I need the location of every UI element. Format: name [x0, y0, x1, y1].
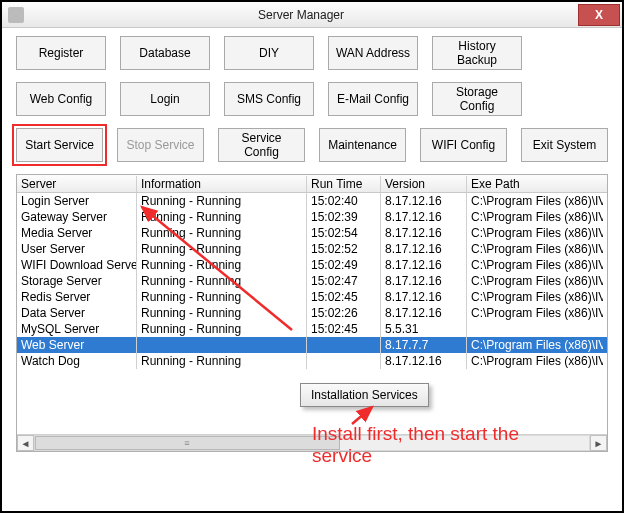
col-server[interactable]: Server — [17, 176, 137, 192]
table-cell: Watch Dog — [17, 353, 137, 369]
table-cell: Running - Running — [137, 193, 307, 209]
table-cell: Running - Running — [137, 353, 307, 369]
table-cell: C:\Program Files (x86)\IVM — [467, 193, 603, 209]
scroll-thumb[interactable]: ≡ — [35, 436, 340, 450]
table-cell: 8.17.12.16 — [381, 241, 467, 257]
table-cell: C:\Program Files (x86)\IVM — [467, 305, 603, 321]
table-cell: C:\Program Files (x86)\IVM — [467, 209, 603, 225]
table-row[interactable]: WIFI Download ServerRunning - Running15:… — [17, 257, 607, 273]
table-cell: Running - Running — [137, 305, 307, 321]
table-cell: C:\Program Files (x86)\IVM — [467, 289, 603, 305]
table-cell — [467, 321, 603, 337]
table-row[interactable]: User ServerRunning - Running15:02:528.17… — [17, 241, 607, 257]
table-cell: Running - Running — [137, 257, 307, 273]
table-cell: 15:02:39 — [307, 209, 381, 225]
table-cell: 8.17.12.16 — [381, 225, 467, 241]
table-cell — [307, 337, 381, 353]
login-button[interactable]: Login — [120, 82, 210, 116]
storage-config-button[interactable]: Storage Config — [432, 82, 522, 116]
scroll-left-button[interactable]: ◄ — [17, 435, 34, 451]
service-config-button[interactable]: Service Config — [218, 128, 305, 162]
table-cell: Redis Server — [17, 289, 137, 305]
email-config-button[interactable]: E-Mail Config — [328, 82, 418, 116]
window-frame: Server Manager X Register Database DIY W… — [0, 0, 624, 513]
table-cell: 8.17.12.16 — [381, 209, 467, 225]
app-icon — [8, 7, 24, 23]
table-cell: 8.17.12.16 — [381, 305, 467, 321]
table-cell: Running - Running — [137, 289, 307, 305]
table-cell: 8.17.12.16 — [381, 193, 467, 209]
servers-table[interactable]: Server Information Run Time Version Exe … — [16, 174, 608, 452]
table-row[interactable]: Web Server8.17.7.7C:\Program Files (x86)… — [17, 337, 607, 353]
table-cell: 15:02:49 — [307, 257, 381, 273]
table-cell: WIFI Download Server — [17, 257, 137, 273]
scroll-right-button[interactable]: ► — [590, 435, 607, 451]
table-row[interactable]: Redis ServerRunning - Running15:02:458.1… — [17, 289, 607, 305]
table-cell: Gateway Server — [17, 209, 137, 225]
table-cell: Running - Running — [137, 209, 307, 225]
table-cell: MySQL Server — [17, 321, 137, 337]
table-row[interactable]: Data ServerRunning - Running15:02:268.17… — [17, 305, 607, 321]
table-cell: Web Server — [17, 337, 137, 353]
table-cell: 8.17.12.16 — [381, 289, 467, 305]
table-cell: C:\Program Files (x86)\IVM — [467, 353, 603, 369]
table-cell: 8.17.12.16 — [381, 257, 467, 273]
table-body: Login ServerRunning - Running15:02:408.1… — [17, 193, 607, 369]
table-cell: 8.17.12.16 — [381, 273, 467, 289]
table-cell: C:\Program Files (x86)\IVM — [467, 241, 603, 257]
button-row-2: Web Config Login SMS Config E-Mail Confi… — [16, 82, 608, 116]
stop-service-button: Stop Service — [117, 128, 204, 162]
table-cell: Running - Running — [137, 225, 307, 241]
table-cell: Running - Running — [137, 321, 307, 337]
wan-address-button[interactable]: WAN Address — [328, 36, 418, 70]
table-cell — [137, 337, 307, 353]
sms-config-button[interactable]: SMS Config — [224, 82, 314, 116]
wifi-config-button[interactable]: WIFI Config — [420, 128, 507, 162]
installation-services-menu-item[interactable]: Installation Services — [300, 383, 429, 407]
table-cell: Login Server — [17, 193, 137, 209]
table-cell: 15:02:26 — [307, 305, 381, 321]
table-cell: Media Server — [17, 225, 137, 241]
col-runtime[interactable]: Run Time — [307, 176, 381, 192]
table-cell — [307, 353, 381, 369]
table-cell: C:\Program Files (x86)\IVM — [467, 225, 603, 241]
exit-system-button[interactable]: Exit System — [521, 128, 608, 162]
diy-button[interactable]: DIY — [224, 36, 314, 70]
table-header-row: Server Information Run Time Version Exe … — [17, 175, 607, 193]
history-backup-button[interactable]: History Backup — [432, 36, 522, 70]
table-row[interactable]: Gateway ServerRunning - Running15:02:398… — [17, 209, 607, 225]
table-cell: Data Server — [17, 305, 137, 321]
register-button[interactable]: Register — [16, 36, 106, 70]
table-cell: 15:02:45 — [307, 289, 381, 305]
maintenance-button[interactable]: Maintenance — [319, 128, 406, 162]
col-exepath[interactable]: Exe Path — [467, 176, 603, 192]
button-row-3: Start Service Stop Service Service Confi… — [16, 128, 608, 162]
table-cell: 15:02:47 — [307, 273, 381, 289]
grip-icon: ≡ — [184, 438, 190, 448]
table-row[interactable]: Storage ServerRunning - Running15:02:478… — [17, 273, 607, 289]
web-config-button[interactable]: Web Config — [16, 82, 106, 116]
col-version[interactable]: Version — [381, 176, 467, 192]
table-row[interactable]: Watch DogRunning - Running8.17.12.16C:\P… — [17, 353, 607, 369]
table-cell: C:\Program Files (x86)\IVM — [467, 273, 603, 289]
table-cell: 15:02:52 — [307, 241, 381, 257]
button-row-1: Register Database DIY WAN Address Histor… — [16, 36, 608, 70]
table-cell: 5.5.31 — [381, 321, 467, 337]
annotation-text: Install first, then start the service — [312, 423, 562, 467]
close-icon: X — [595, 8, 603, 22]
database-button[interactable]: Database — [120, 36, 210, 70]
table-cell: Storage Server — [17, 273, 137, 289]
table-cell: 15:02:45 — [307, 321, 381, 337]
table-cell: 15:02:54 — [307, 225, 381, 241]
start-service-button[interactable]: Start Service — [16, 128, 103, 162]
table-cell: Running - Running — [137, 241, 307, 257]
table-row[interactable]: Login ServerRunning - Running15:02:408.1… — [17, 193, 607, 209]
col-information[interactable]: Information — [137, 176, 307, 192]
table-row[interactable]: MySQL ServerRunning - Running15:02:455.5… — [17, 321, 607, 337]
table-row[interactable]: Media ServerRunning - Running15:02:548.1… — [17, 225, 607, 241]
table-cell: Running - Running — [137, 273, 307, 289]
table-cell: 15:02:40 — [307, 193, 381, 209]
table-cell: C:\Program Files (x86)\IVM — [467, 257, 603, 273]
table-cell: User Server — [17, 241, 137, 257]
close-button[interactable]: X — [578, 4, 620, 26]
